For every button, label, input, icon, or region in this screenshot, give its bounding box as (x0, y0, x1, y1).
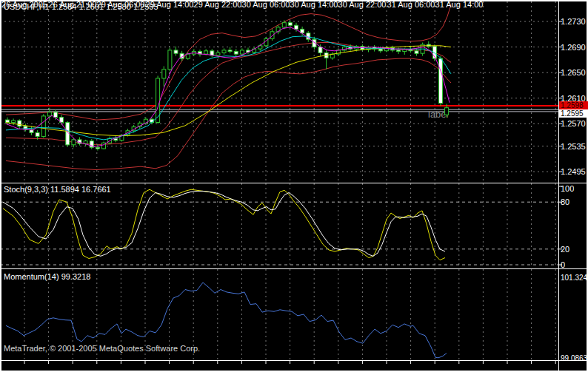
copyright-text: MetaTrader, © 2001-2005 MetaQuotes Softw… (4, 344, 200, 353)
time-axis-label: 30 Aug 14:00 (290, 0, 338, 9)
time-axis-label: 29 Aug 22:00 (194, 0, 242, 9)
stoch-axis-label: 20 (561, 245, 569, 254)
momentum-indicator-label: Momentum(14) 99.3218 (4, 272, 90, 281)
price-axis-label: 1.2535 (561, 142, 586, 151)
stoch-axis-label: 80 (561, 197, 569, 206)
stochastic-indicator-label: Stoch(9,3,3) 11.5894 16.7661 (4, 185, 111, 194)
main-chart-panel[interactable] (0, 1, 558, 182)
price-axis-label: 1.2690 (561, 43, 586, 52)
time-axis-label: 30 Aug 06:00 (242, 0, 290, 9)
stochastic-panel[interactable] (0, 183, 558, 268)
stoch-axis-label: 0 (561, 260, 565, 269)
time-axis-label: 30 Aug 22:00 (338, 0, 387, 9)
price-axis-label: 1.2650 (561, 68, 586, 77)
price-axis-label: 1.2570 (561, 119, 586, 128)
current-price-box: 1.2595 (559, 109, 588, 118)
momentum-axis-min-label: 99.0863 (561, 354, 588, 362)
chart-title: USDCHF,H1 1.2584 1.2601 1.2580 1.2595 (4, 2, 158, 11)
time-axis-label: 31 Aug 14:00 (435, 0, 484, 9)
metatrader-chart-window: label USDCHF,H1 1.2584 1.2601 1.2580 1.2… (0, 0, 588, 372)
red-hline-price-box: 1.2598 (559, 101, 588, 109)
stoch-axis-label: 100 (561, 184, 574, 193)
time-axis-label: 31 Aug 06:00 (387, 0, 435, 9)
price-axis-label: 1.2495 (561, 167, 586, 176)
price-axis-label: 1.2730 (561, 17, 586, 26)
momentum-axis-max-label: 101.3243 (561, 274, 588, 282)
